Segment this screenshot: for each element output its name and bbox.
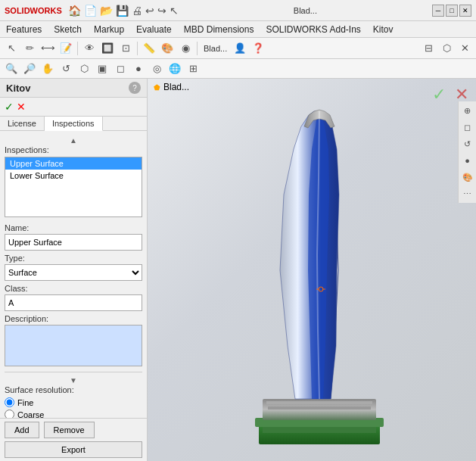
menu-kitov[interactable]: Kitov [367, 23, 400, 36]
inspections-list[interactable]: Upper Surface Lower Surface [5, 157, 142, 217]
left-panel: Kitov ? ✓ ✕ License Inspections ▲ Inspec… [0, 79, 148, 461]
tb2-rotate-icon[interactable]: ↺ [58, 61, 74, 77]
list-item-lower[interactable]: Lower Surface [5, 170, 142, 182]
scroll-down-indicator[interactable]: ▼ [5, 375, 142, 385]
menu-features[interactable]: Features [0, 23, 48, 36]
right-mini-toolbar: ⊕ ◻ ↺ ● 🎨 ⋯ [458, 101, 476, 203]
tb-annotation-icon[interactable]: 📝 [58, 40, 74, 57]
name-input[interactable] [5, 234, 142, 251]
divider [5, 372, 142, 372]
tb-view-icon[interactable]: 👁 [81, 40, 98, 57]
viewport[interactable]: ⬟ Blad... ✓ ✕ ⊕ ◻ ↺ ● 🎨 ⋯ [148, 79, 476, 461]
breadcrumb-text: Blad... [163, 82, 189, 92]
description-label: Description: [5, 314, 142, 323]
main-area: Kitov ? ✓ ✕ License Inspections ▲ Inspec… [0, 79, 476, 461]
radio-coarse-input[interactable] [5, 410, 14, 418]
toolbar2: 🔍 🔎 ✋ ↺ ⬡ ▣ ◻ ● ◎ 🌐 ⊞ [0, 59, 476, 79]
tb2-render2-icon[interactable]: ◎ [148, 61, 165, 77]
type-label: Type: [5, 254, 142, 263]
export-button[interactable]: Export [5, 441, 142, 458]
blade-model-svg [213, 104, 425, 452]
menu-mbd[interactable]: MBD Dimensions [178, 23, 260, 36]
tb-float-icon[interactable]: ⬡ [438, 40, 455, 57]
surface-resolution-label: Surface resolution: [5, 385, 142, 394]
mini-tb-rotate-icon[interactable]: ↺ [460, 136, 475, 151]
new-icon[interactable]: 📄 [84, 5, 97, 17]
mini-tb-fit-icon[interactable]: ◻ [460, 120, 475, 135]
redo-icon[interactable]: ↪ [157, 5, 166, 17]
tb2-section2-icon[interactable]: ⊞ [185, 61, 201, 77]
resolution-radio-group: Fine Coarse Custom [5, 397, 142, 418]
save-icon[interactable]: 💾 [116, 5, 129, 17]
tb-render-icon[interactable]: ◉ [177, 40, 194, 57]
tb-sketch-icon[interactable]: ✏ [21, 40, 38, 57]
tb-panel-icon[interactable]: ⊟ [420, 40, 437, 57]
tb2-3d-icon[interactable]: ⬡ [76, 61, 92, 77]
breadcrumb: ⬟ Blad... [154, 82, 189, 92]
home-icon[interactable]: 🏠 [68, 5, 81, 17]
tb-select-icon[interactable]: ↖ [3, 40, 20, 57]
class-label: Class: [5, 284, 142, 293]
radio-fine[interactable]: Fine [5, 397, 142, 407]
remove-button[interactable]: Remove [44, 422, 95, 438]
mini-tb-zoom-icon[interactable]: ⊕ [460, 103, 475, 118]
window-title: Blad... [179, 6, 432, 15]
print-icon[interactable]: 🖨 [132, 5, 142, 17]
reject-button[interactable]: ✕ [17, 101, 26, 113]
tb-measure-icon[interactable]: 📏 [141, 40, 157, 57]
tb2-pan-icon[interactable]: ✋ [39, 61, 56, 77]
description-textarea[interactable] [5, 325, 142, 366]
tb-section-icon[interactable]: ⊡ [117, 40, 134, 57]
tb2-wireframe-icon[interactable]: ◻ [112, 61, 129, 77]
restore-button[interactable]: □ [446, 5, 458, 17]
panel-header: Kitov ? [0, 79, 147, 98]
list-item-upper[interactable]: Upper Surface [5, 157, 142, 170]
radio-fine-input[interactable] [5, 397, 14, 407]
mini-tb-color-icon[interactable]: 🎨 [460, 170, 475, 185]
type-select[interactable]: Surface [5, 264, 142, 281]
tb2-search-icon[interactable]: 🔍 [3, 61, 20, 77]
window-controls: ─ □ ✕ [432, 5, 471, 17]
toolbar: ↖ ✏ ⟷ 📝 👁 🔲 ⊡ 📏 🎨 ◉ Blad... 👤 ❓ ⊟ ⬡ ✕ [0, 38, 476, 59]
tb2-display2-icon[interactable]: ● [130, 61, 147, 77]
tb2-view3d-icon[interactable]: ▣ [94, 61, 110, 77]
panel-content: ▲ Inspections: Upper Surface Lower Surfa… [0, 131, 147, 418]
solidworks-logo: SOLIDWORKS [5, 6, 62, 15]
tb-mode-text: Blad... [201, 44, 230, 53]
panel-help-button[interactable]: ? [129, 82, 141, 94]
tb-display-icon[interactable]: 🔲 [99, 40, 116, 57]
radio-coarse-label: Coarse [17, 410, 44, 419]
close-button[interactable]: ✕ [459, 5, 471, 17]
mini-tb-more-icon[interactable]: ⋯ [460, 186, 475, 201]
minimize-button[interactable]: ─ [432, 5, 444, 17]
svg-rect-2 [263, 427, 376, 433]
class-input[interactable] [5, 294, 142, 311]
scroll-up-indicator[interactable]: ▲ [5, 135, 142, 145]
tb-color-icon[interactable]: 🎨 [159, 40, 176, 57]
mini-tb-shade-icon[interactable]: ● [460, 153, 475, 168]
tb-smart-dim-icon[interactable]: ⟷ [39, 40, 56, 57]
tb2-texture-icon[interactable]: 🌐 [166, 61, 183, 77]
undo-icon[interactable]: ↩ [145, 5, 154, 17]
tab-license[interactable]: License [0, 117, 45, 130]
tb-help-icon[interactable]: ❓ [250, 40, 266, 57]
panel-title: Kitov [6, 83, 31, 94]
tb2-zoom-icon[interactable]: 🔎 [21, 61, 38, 77]
add-button[interactable]: Add [5, 422, 39, 438]
tb-close-panel-icon[interactable]: ✕ [456, 40, 473, 57]
panel-bottom: Add Remove Export [0, 418, 147, 461]
menu-sketch[interactable]: Sketch [48, 23, 88, 36]
panel-tabs: License Inspections [0, 117, 147, 131]
tab-inspections[interactable]: Inspections [45, 117, 103, 131]
radio-coarse[interactable]: Coarse [5, 410, 142, 418]
accept-button[interactable]: ✓ [5, 101, 14, 113]
menubar: Features Sketch Markup Evaluate MBD Dime… [0, 21, 476, 38]
menu-evaluate[interactable]: Evaluate [130, 23, 178, 36]
tb-person-icon[interactable]: 👤 [232, 40, 248, 57]
open-icon[interactable]: 📂 [100, 5, 113, 17]
panel-actions: ✓ ✕ [0, 98, 147, 117]
select-icon[interactable]: ↖ [170, 5, 179, 17]
titlebar: SOLIDWORKS 🏠 📄 📂 💾 🖨 ↩ ↪ ↖ Blad... ─ □ ✕ [0, 0, 476, 21]
menu-addins[interactable]: SOLIDWORKS Add-Ins [260, 23, 366, 36]
menu-markup[interactable]: Markup [88, 23, 130, 36]
